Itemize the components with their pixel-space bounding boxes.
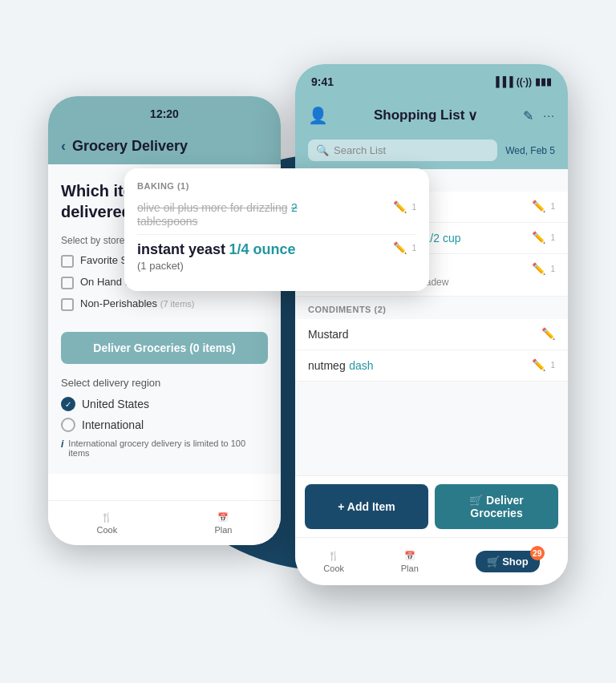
battery-icon: ▮▮▮ (535, 76, 552, 87)
region-info-content: International grocery delivery is limite… (68, 438, 268, 458)
region-info-text: i International grocery delivery is limi… (61, 438, 268, 458)
item-edit-icon-1[interactable]: ✏️ (532, 200, 545, 212)
front-status-bar: 9:41 ▐▐▐ ((·)) ▮▮▮ (295, 64, 568, 99)
item-count-2: 1 (550, 233, 555, 242)
edit-list-icon[interactable]: ✎ (523, 108, 533, 123)
store-checkbox-favorite[interactable] (61, 255, 74, 268)
item-actions-3: ✏️ 1 (532, 262, 555, 275)
back-tab-plan-label: Plan (214, 525, 232, 535)
popup-item-1-row: olive oil plus more for drizzling 2 tabl… (137, 200, 416, 228)
item-name-nutmeg: nutmeg (308, 359, 346, 372)
item-text-5: nutmeg dash (308, 358, 374, 373)
store-option-nonperishable[interactable]: Non-Perishables (7 items) (61, 297, 268, 311)
popup-item-1-actions: ✏️ 1 (393, 200, 416, 213)
more-options-icon[interactable]: ··· (543, 109, 555, 122)
item-edit-icon-2[interactable]: ✏️ (532, 231, 545, 244)
item-edit-icon-5[interactable]: ✏️ (532, 358, 545, 371)
item-actions-4: ✏️ (541, 327, 555, 340)
item-amount-olives: 1/2 cup (424, 232, 461, 245)
front-cook-icon: 🍴 (328, 551, 339, 561)
popup-item-2-text: instant yeast 1/4 ounce (1 packet) (137, 241, 296, 272)
popup-card: BAKING (1) olive oil plus more for drizz… (124, 168, 429, 291)
dropdown-chevron-icon[interactable]: ∨ (468, 107, 477, 124)
back-page-title: Grocery Delivery (72, 138, 188, 155)
front-shop-icon: 🛒 (487, 556, 503, 568)
region-us-label: United States (82, 398, 149, 410)
date-display: Wed, Feb 5 (505, 145, 555, 156)
region-label: Select delivery region (61, 377, 268, 389)
search-input[interactable]: 🔍 Search List (308, 139, 497, 161)
item-text-4: Mustard (308, 327, 349, 342)
item-count-3: 1 (550, 265, 555, 273)
user-icon: 👤 (308, 106, 328, 125)
store-name-nonperishable: Non-Perishables (7 items) (80, 297, 195, 309)
back-bottom-nav: 🍴 Cook 📅 Plan (48, 500, 281, 545)
item-count-5: 1 (550, 361, 555, 370)
section-condiments: CONDIMENTS (2) (295, 297, 568, 319)
popup-item-2-edit-icon[interactable]: ✏️ (393, 241, 407, 254)
front-tab-shop-label: Shop (502, 556, 529, 568)
front-tab-cook[interactable]: 🍴 Cook (323, 551, 344, 573)
front-status-time: 9:41 (311, 75, 334, 88)
popup-item-2-name: instant yeast (137, 241, 225, 257)
popup-item-2-row: instant yeast 1/4 ounce (1 packet) ✏️ 1 (137, 241, 416, 272)
front-plan-icon: 📅 (404, 551, 415, 561)
back-tab-plan[interactable]: 📅 Plan (214, 512, 232, 535)
item-name-mustard: Mustard (308, 328, 349, 341)
plan-icon: 📅 (217, 512, 229, 523)
region-us[interactable]: United States (61, 397, 268, 411)
region-intl[interactable]: International (61, 418, 268, 432)
store-checkbox-nonperishable[interactable] (61, 298, 74, 311)
item-edit-icon-4[interactable]: ✏️ (541, 327, 555, 340)
popup-item-1-count: 1 (411, 203, 416, 212)
radio-intl-empty[interactable] (61, 418, 75, 432)
search-icon: 🔍 (316, 144, 329, 156)
list-item-nutmeg: nutmeg dash ✏️ 1 (295, 350, 568, 382)
phone-back: 12:20 ‹ Grocery Delivery Which items do … (48, 96, 281, 545)
radio-us-checked[interactable] (61, 397, 75, 411)
deliver-groceries-back-button[interactable]: Deliver Groceries (0 items) (61, 332, 268, 364)
front-tab-cook-label: Cook (323, 564, 344, 573)
popup-item-1-amount: 2 (291, 201, 298, 214)
item-amount-nutmeg: dash (349, 359, 373, 372)
front-header: 👤 Shopping List ∨ ✎ ··· (295, 99, 568, 135)
search-bar: 🔍 Search List Wed, Feb 5 (295, 135, 568, 169)
popup-item-1-name: olive oil plus more for drizzling (137, 201, 288, 214)
region-intl-label: International (82, 418, 144, 431)
wifi-icon: ((·)) (517, 76, 532, 87)
store-checkbox-onhand[interactable] (61, 277, 74, 289)
popup-item-2-amount: 1/4 ounce (229, 241, 296, 257)
item-actions-5: ✏️ 1 (532, 358, 555, 371)
deliver-groceries-front-button[interactable]: 🛒 Deliver Groceries (435, 484, 558, 529)
popup-item-2-actions: ✏️ 1 (393, 241, 416, 254)
front-tab-plan[interactable]: 📅 Plan (401, 551, 419, 573)
item-actions-2: ✏️ 1 (532, 231, 555, 244)
cook-icon: 🍴 (101, 512, 112, 523)
back-status-time: 12:20 (150, 107, 179, 120)
shopping-list-title: Shopping List (374, 107, 464, 123)
list-item-mustard: Mustard ✏️ (295, 319, 568, 350)
info-icon: i (61, 438, 63, 450)
shop-badge-count: 29 (530, 546, 545, 560)
item-edit-icon-3[interactable]: ✏️ (532, 262, 545, 275)
front-header-icons: ✎ ··· (523, 108, 555, 123)
popup-item-2-name-line: instant yeast 1/4 ounce (137, 241, 296, 258)
back-tab-cook[interactable]: 🍴 Cook (97, 512, 118, 535)
front-tab-plan-label: Plan (401, 564, 419, 573)
phone-front: 9:41 ▐▐▐ ((·)) ▮▮▮ 👤 Shopping List ∨ ✎ ·… (295, 64, 568, 585)
back-status-bar: 12:20 (48, 96, 281, 131)
signal-icon: ▐▐▐ (492, 76, 513, 87)
front-tab-shop[interactable]: 🛒 Shop 29 (476, 551, 540, 572)
back-arrow-icon[interactable]: ‹ (61, 138, 66, 155)
status-icons: ▐▐▐ ((·)) ▮▮▮ (492, 76, 552, 87)
back-header: ‹ Grocery Delivery (48, 131, 281, 164)
popup-item-2-count: 1 (411, 244, 416, 253)
popup-item-2-sub: (1 packet) (137, 260, 296, 272)
item-count-1: 1 (550, 202, 555, 211)
front-header-title: Shopping List ∨ (374, 107, 477, 124)
search-placeholder: Search List (334, 144, 386, 156)
back-tab-cook-label: Cook (97, 525, 118, 535)
popup-item-1-edit-icon[interactable]: ✏️ (393, 200, 407, 213)
popup-item-1-unit: tablespoons (137, 215, 298, 228)
add-item-button[interactable]: + Add Item (305, 484, 428, 529)
